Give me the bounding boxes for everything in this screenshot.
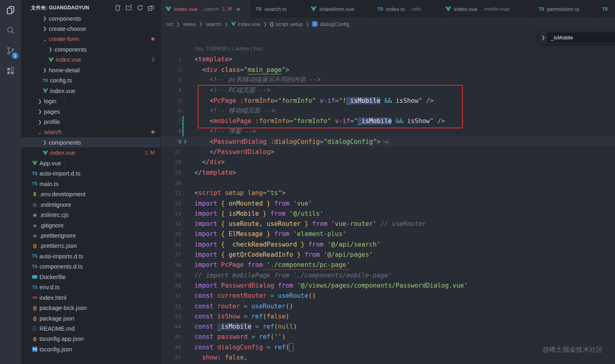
breadcrumb-item-views[interactable]: views	[183, 21, 196, 27]
tab-clipped[interactable]: TS	[597, 0, 615, 18]
breadcrumb-item-scriptsetup[interactable]: {}script setup	[270, 21, 303, 27]
tree-item-README.md[interactable]: ⓘREADME.md	[21, 324, 160, 334]
tree-item-auto-imports.d.ts[interactable]: TSauto-imports.d.ts	[21, 251, 160, 261]
tree-item-label: env.d.ts	[39, 284, 60, 290]
line-number: 40	[161, 282, 181, 289]
tab-index.vue[interactable]: index.vue...\search1, M×	[161, 0, 251, 18]
breadcrumb-item-src[interactable]: src	[166, 21, 173, 27]
tree-item-auto-import.d.ts[interactable]: TSauto-import.d.ts	[21, 169, 160, 179]
breadcrumb-item-search[interactable]: search	[205, 21, 221, 27]
tree-item-.gitignore[interactable]: ◈.gitignore	[21, 220, 160, 230]
tree-item-components[interactable]: ❯components	[21, 137, 160, 147]
tree-item-components[interactable]: ❯components	[21, 44, 160, 54]
code-line-28[interactable]: 28 </div>	[161, 157, 615, 167]
json-file-icon: {}	[31, 306, 39, 310]
tree-item-App.vue[interactable]: App.vue	[21, 158, 160, 168]
code-line-27[interactable]: 27 </PasswordDialog>	[161, 147, 615, 157]
tree-item-index.vue[interactable]: index.vue	[21, 86, 160, 96]
tree-item-config.ts[interactable]: TSconfig.ts	[21, 76, 160, 86]
tab-permission.ts[interactable]: TSpermission.ts	[534, 0, 597, 18]
code-line-42[interactable]: 42const router = useRouter()	[161, 301, 615, 311]
code-text: const isShow = ref(false)	[194, 313, 289, 320]
code-line-45[interactable]: 45const password = ref('')	[161, 332, 615, 342]
code-line-31[interactable]: 31<script setup lang="ts">	[161, 188, 615, 198]
tree-item-env.d.ts[interactable]: TSenv.d.ts	[21, 282, 160, 292]
tree-item-.eslintrc.cjs[interactable]: ◉.eslintrc.cjs	[21, 210, 160, 220]
tree-item-index.vue[interactable]: index.vue2	[21, 55, 160, 65]
tree-item-create-choose[interactable]: ❯create-choose	[21, 24, 160, 34]
tab-index.vue[interactable]: index.vue...\mobile-page	[441, 0, 534, 18]
code-line-30[interactable]: 30	[161, 178, 615, 188]
tree-item-index.vue[interactable]: index.vue1, M	[21, 148, 160, 158]
tree-indent-guide	[70, 55, 70, 76]
code-line-9[interactable]: 9❯ <PasswordDialog :dialogConfig="dialog…	[161, 136, 615, 147]
activity-search[interactable]	[0, 20, 21, 41]
code-line-3[interactable]: 3 <!-- pc和移动端展示不同的内容 -->	[161, 75, 615, 85]
tree-item-label: profile	[44, 119, 60, 125]
code-line-44[interactable]: 44const _isMobile = ref(null)	[161, 322, 615, 332]
activity-extensions[interactable]	[0, 61, 21, 81]
tree-item-package.json[interactable]: {}package.json	[21, 313, 160, 323]
breadcrumb-label: src	[166, 21, 173, 27]
tree-item-home-detail[interactable]: ❯home-detail	[21, 65, 160, 75]
find-expand-chevron-icon[interactable]: ❯	[541, 35, 547, 40]
tree-item-label: search	[44, 129, 62, 135]
tree-item-components.d.ts[interactable]: TScomponents.d.ts	[21, 262, 160, 272]
code-line-38[interactable]: 38import PcPage from './components/pc-pa…	[161, 260, 615, 270]
code-line-34[interactable]: 34import { useRoute, useRouter } from 'v…	[161, 219, 615, 229]
tree-item-.prettierignore[interactable]: ◈.prettierignore	[21, 230, 160, 240]
tab-shareform.vue[interactable]: shareform.vue	[306, 0, 373, 18]
tree-item-tsconfig.json[interactable]: TStsconfig.json	[21, 344, 160, 354]
collapse-all-icon[interactable]	[147, 4, 155, 11]
chevron-right-icon: ❯	[47, 47, 54, 52]
modified-dot	[151, 129, 155, 135]
code-line-40[interactable]: 40import PasswordDialog from '@/views/pa…	[161, 280, 615, 290]
tree-item-.eslintignore[interactable]: ◎.eslintignore	[21, 199, 160, 210]
new-file-icon[interactable]	[114, 4, 122, 11]
code-line-43[interactable]: 43const isShow = ref(false)	[161, 311, 615, 321]
tree-item-main.ts[interactable]: TSmain.ts	[21, 179, 160, 189]
tree-item-index.html[interactable]: <>index.html	[21, 292, 160, 303]
code-line-39[interactable]: 39// import mobilePage from './component…	[161, 270, 615, 280]
tree-item-label: config.ts	[50, 77, 72, 84]
line-number: 28	[161, 159, 181, 165]
code-text: import { isMobile } from '@/utils'	[194, 210, 323, 217]
fold-chevron-icon[interactable]: ❯	[184, 139, 187, 144]
code-line-35[interactable]: 35import { ElMessage } from 'element-plu…	[161, 229, 615, 239]
breadcrumb-item-indexvue[interactable]: index.vue	[231, 21, 261, 27]
breadcrumb-item-dialogConfig[interactable]: dialogConfig	[312, 21, 349, 27]
activity-source-control[interactable]: 1	[0, 41, 21, 61]
ts-tab-icon: TS	[539, 6, 544, 11]
chevron-right-icon: ❯	[37, 119, 43, 125]
code-text: </div>	[194, 158, 225, 166]
code-line-36[interactable]: 36import { checkReadPassword } from '@/a…	[161, 239, 615, 249]
code-line-33[interactable]: 33import { isMobile } from '@/utils'	[161, 208, 615, 219]
code-line-32[interactable]: 32import { onMounted } from 'vue'	[161, 198, 615, 208]
tree-item-.prettierrc.json[interactable]: {}.prettierrc.json	[21, 241, 160, 251]
code-editor[interactable]: You, 31秒钟前 | 1 author (You) 1<template>2…	[161, 30, 615, 364]
tab-close-icon[interactable]: ×	[236, 6, 240, 13]
code-line-1[interactable]: 1<template>	[161, 54, 615, 65]
code-line-2[interactable]: 2 <div class="main_page">	[161, 65, 615, 75]
refresh-icon[interactable]	[136, 4, 144, 11]
tree-item-tsconfig.app.json[interactable]: {}tsconfig.app.json	[21, 334, 160, 344]
tree-item-profile[interactable]: ❯profile	[21, 117, 160, 127]
tree-item-pages[interactable]: ❯pages	[21, 106, 160, 117]
tree-item-search[interactable]: ⌄search	[21, 127, 160, 137]
find-input[interactable]: _isMobile	[547, 32, 615, 43]
tree-item-package-lock.json[interactable]: {}package-lock.json	[21, 303, 160, 313]
code-line-41[interactable]: 41const currentRouter = useRoute()	[161, 291, 615, 301]
tree-item-Dockerfile[interactable]: Dockerfile	[21, 272, 160, 282]
tree-item-login[interactable]: ❯login	[21, 96, 160, 106]
tree-item-label: Dockerfile	[39, 274, 65, 280]
code-line-37[interactable]: 37import { getQrCodeReadInfo } from '@/a…	[161, 249, 615, 260]
code-line-29[interactable]: 29</template>	[161, 167, 615, 178]
tree-item-create-form[interactable]: ⌄create-form	[21, 34, 160, 44]
tree-item-.env.development[interactable]: $.env.development	[21, 189, 160, 199]
tab-search.ts[interactable]: TSsearch.ts	[251, 0, 306, 18]
line-number: 8	[161, 128, 181, 134]
new-folder-icon[interactable]	[125, 4, 133, 11]
tab-index.ts[interactable]: TSindex.ts...\utils	[373, 0, 441, 18]
code-text: const router = useRouter()	[194, 303, 293, 310]
activity-explorer[interactable]	[0, 0, 21, 20]
